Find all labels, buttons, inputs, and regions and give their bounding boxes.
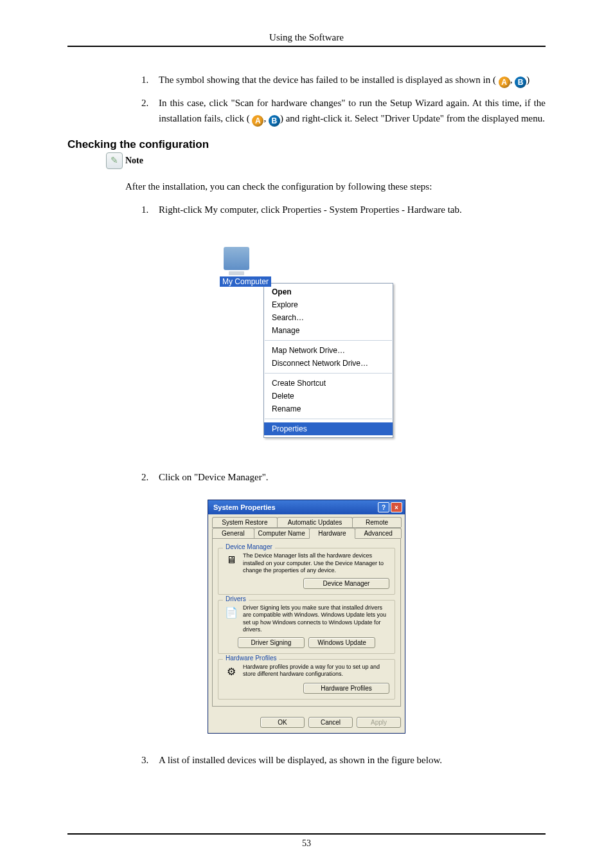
drivers-icon: 📄 [224, 604, 239, 620]
tab-advanced[interactable]: Advanced [355, 528, 402, 538]
page-number: 53 [0, 838, 613, 849]
windows-update-button[interactable]: Windows Update [308, 637, 375, 648]
note-icon: ✎ [106, 152, 123, 169]
tab-remote[interactable]: Remote [352, 517, 402, 527]
ctx-separator-3 [265, 419, 392, 419]
ctx-open[interactable]: Open [264, 285, 393, 298]
step-1-text-b: , [510, 75, 515, 85]
hardware-profiles-label: Hardware Profiles [223, 655, 279, 662]
dialog-title: System Properties [213, 503, 276, 511]
badge-b-icon: B [515, 77, 526, 88]
ctx-rename[interactable]: Rename [264, 402, 393, 415]
badge-a-icon-2: A [252, 115, 263, 127]
ctx-disconnect-drive[interactable]: Disconnect Network Drive… [264, 357, 393, 370]
tab-hardware[interactable]: Hardware [309, 528, 356, 539]
cancel-button[interactable]: Cancel [308, 717, 353, 728]
hardware-profiles-group: Hardware Profiles ⚙ Hardware profiles pr… [218, 659, 395, 700]
my-computer-label: My Computer [220, 276, 271, 287]
tab-computer-name[interactable]: Computer Name [254, 528, 310, 538]
ctx-separator-2 [265, 373, 392, 374]
driver-signing-button[interactable]: Driver Signing [238, 637, 305, 648]
device-manager-label: Device Manager [223, 543, 275, 550]
step-2-text-b: , [263, 113, 269, 123]
ctx-explore[interactable]: Explore [264, 298, 393, 311]
step-2-text-c: ) and right-click it. Select "Driver Upd… [280, 113, 545, 123]
ok-button[interactable]: OK [260, 717, 305, 728]
note-label: Note [125, 156, 143, 166]
step-3: A list of installed devices will be disp… [151, 753, 546, 768]
dialog-footer: OK Cancel Apply [208, 712, 405, 733]
ctx-delete[interactable]: Delete [264, 390, 393, 402]
tab-automatic-updates[interactable]: Automatic Updates [277, 517, 353, 527]
context-menu-figure: My Computer Open Explore Search… Manage … [218, 247, 395, 438]
device-manager-icon: 🖥 [224, 552, 239, 568]
ctx-properties[interactable]: Properties [264, 422, 393, 435]
ctx-separator-1 [265, 340, 392, 341]
tab-system-restore[interactable]: System Restore [212, 517, 278, 527]
my-computer-icon [224, 247, 249, 270]
step-1-text-a: The symbol showing that the device has f… [159, 75, 496, 85]
help-button[interactable]: ? [378, 502, 389, 512]
step-2-prev: In this case, click "Scan for hardware c… [151, 96, 546, 127]
intro-paragraph: After the installation, you can check th… [125, 179, 546, 194]
dialog-titlebar[interactable]: System Properties ? × [208, 500, 405, 514]
tab-row-bottom: General Computer Name Hardware Advanced [212, 528, 401, 539]
context-menu: Open Explore Search… Manage Map Network … [263, 283, 393, 438]
ctx-create-shortcut[interactable]: Create Shortcut [264, 377, 393, 390]
section-heading: Checking the configuration [67, 138, 546, 151]
badge-a-icon: A [499, 77, 510, 88]
drivers-group: Drivers 📄 Driver Signing lets you make s… [218, 600, 395, 654]
ctx-map-drive[interactable]: Map Network Drive… [264, 344, 393, 357]
tab-general[interactable]: General [212, 528, 254, 538]
step-1: Right-click My computer, click Propertie… [151, 203, 546, 217]
system-properties-dialog: System Properties ? × System Restore Aut… [208, 500, 405, 734]
drivers-desc: Driver Signing lets you make sure that i… [243, 604, 389, 633]
hardware-tab-panel: Device Manager 🖥 The Device Manager list… [212, 539, 401, 707]
step-1-text-c: ) [526, 75, 529, 85]
hardware-profiles-desc: Hardware profiles provide a way for you … [243, 664, 389, 678]
hardware-profiles-button[interactable]: Hardware Profiles [303, 683, 389, 694]
header-title: Using the Software [67, 32, 546, 46]
apply-button[interactable]: Apply [357, 717, 401, 728]
ctx-manage[interactable]: Manage [264, 324, 393, 337]
step-1-prev: The symbol showing that the device has f… [151, 73, 546, 88]
device-manager-button[interactable]: Device Manager [303, 578, 389, 589]
device-manager-desc: The Device Manager lists all the hardwar… [243, 552, 389, 574]
device-manager-group: Device Manager 🖥 The Device Manager list… [218, 548, 395, 595]
footer-rule [67, 833, 546, 835]
header-rule [67, 46, 546, 47]
tab-row-top: System Restore Automatic Updates Remote [212, 517, 401, 528]
ctx-search[interactable]: Search… [264, 311, 393, 324]
step-2: Click on "Device Manager". [151, 470, 546, 485]
close-button[interactable]: × [391, 502, 402, 512]
badge-b-icon-2: B [269, 115, 280, 127]
drivers-label: Drivers [223, 595, 249, 602]
hardware-profiles-icon: ⚙ [224, 664, 239, 679]
